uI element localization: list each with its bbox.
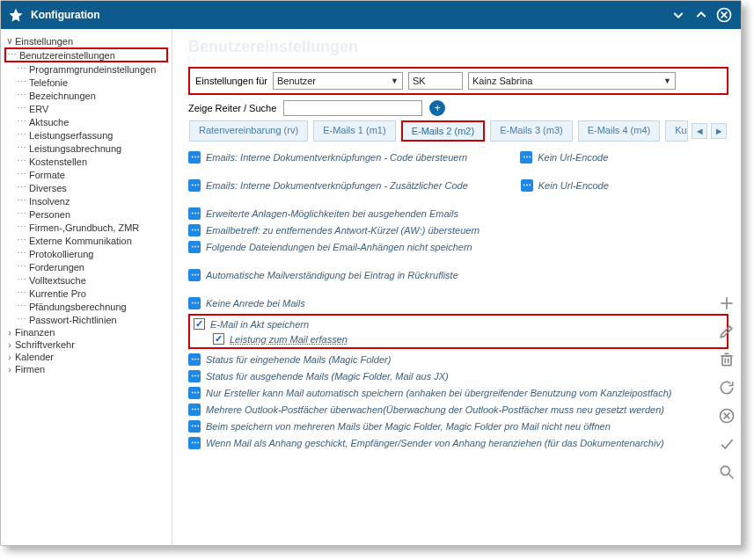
select-type[interactable]: Benutzer▼	[273, 72, 403, 90]
svg-rect-5	[722, 356, 731, 366]
select-code[interactable]: SK	[408, 72, 463, 90]
collapse-up-button[interactable]	[692, 5, 711, 25]
info-icon: ⋯	[188, 207, 201, 220]
sidebar-item[interactable]: ⋯Pfändungsberechnung	[4, 300, 168, 313]
sidebar-item[interactable]: ⋯Diverses	[4, 181, 168, 194]
collapse-down-button[interactable]	[669, 5, 688, 25]
add-button[interactable]: +	[429, 100, 445, 116]
setting-label: Nur Ersteller kann Mail automatisch spei…	[206, 388, 672, 398]
setting-label: Folgende Dateiendungen bei Email-Anhänge…	[206, 242, 472, 252]
sidebar-item[interactable]: ⋯Kostenstellen	[4, 155, 168, 168]
sidebar-item[interactable]: ⋯Telefonie	[4, 76, 168, 89]
setting-label: Beim speichern von mehreren Mails über M…	[206, 421, 611, 432]
info-icon: ⋯	[188, 179, 201, 192]
setting-label: Emails: Interne Dokumentverknüpfungen - …	[206, 180, 468, 191]
sidebar-item[interactable]: ⋯Firmen-,Grundbuch, ZMR	[4, 221, 168, 234]
page-title: Benutzereinstellungen	[188, 38, 728, 56]
setting-label: Emails: Interne Dokumentverknüpfungen - …	[206, 152, 467, 163]
info-icon: ⋯	[188, 151, 201, 164]
search-input[interactable]	[283, 100, 422, 116]
sidebar-item[interactable]: ⋯Leistungserfassung	[4, 128, 168, 142]
tab[interactable]: E-Mails 1 (m1)	[313, 120, 396, 142]
info-icon: ⋯	[188, 353, 201, 366]
info-icon: ⋯	[520, 151, 532, 164]
delete-action[interactable]	[716, 349, 737, 370]
sidebar-item[interactable]: ⋯Insolvenz	[4, 194, 168, 207]
info-icon: ⋯	[188, 297, 201, 309]
checkbox-leistung-mail[interactable]: ✓	[213, 333, 224, 345]
info-icon: ⋯	[188, 404, 201, 416]
sidebar: ∨Einstellungen ⋯Benutzereinstellungen ⋯P…	[1, 29, 172, 545]
setting-label: E-Mail in Akt speichern	[210, 319, 309, 330]
star-icon	[8, 7, 24, 23]
filter-bar: Einstellungen für Benutzer▼ SK Kainz Sab…	[188, 67, 728, 95]
info-icon: ⋯	[188, 387, 201, 399]
info-icon: ⋯	[521, 179, 533, 192]
sidebar-item[interactable]: ⋯Formate	[4, 168, 168, 181]
window-title: Konfiguration	[31, 9, 665, 21]
sidebar-item[interactable]: ⋯Protokollierung	[4, 247, 168, 260]
tabs-scroll-right[interactable]: ►	[711, 123, 727, 139]
setting-label: Emailbetreff: zu entfernendes Antwort-Kü…	[206, 225, 479, 236]
tab[interactable]: Kur	[665, 120, 688, 142]
sidebar-group[interactable]: ›Kalender	[4, 351, 168, 363]
tab[interactable]: E-Mails 3 (m3)	[490, 120, 573, 142]
setting-label: Leistung zum Mail erfassen	[230, 334, 348, 345]
info-icon: ⋯	[188, 420, 201, 433]
svg-point-13	[721, 466, 729, 475]
setting-label: Erweiterte Anlagen-Möglichkeiten bei aus…	[206, 208, 458, 219]
tab[interactable]: E-Mails 2 (m2)	[401, 120, 486, 142]
tabs-scroll-left[interactable]: ◄	[692, 123, 707, 139]
sidebar-item[interactable]: ⋯Bezeichnungen	[4, 89, 168, 102]
chevron-down-icon: ▼	[391, 76, 399, 85]
info-icon: ⋯	[188, 269, 201, 281]
sidebar-group[interactable]: ›Schriftverkehr	[4, 338, 168, 351]
sidebar-item[interactable]: ⋯Personen	[4, 207, 168, 221]
search-action[interactable]	[716, 462, 737, 483]
add-action[interactable]	[716, 293, 737, 314]
setting-label: Wenn Mail als Anhang geschickt, Empfänge…	[206, 438, 664, 448]
tab[interactable]: E-Mails 4 (m4)	[578, 120, 661, 142]
select-user[interactable]: Kainz Sabrina▼	[468, 72, 676, 90]
sidebar-item[interactable]: ⋯Kurrentie Pro	[4, 287, 168, 300]
search-label: Zeige Reiter / Suche	[188, 103, 276, 113]
info-icon: ⋯	[188, 224, 201, 236]
sidebar-item[interactable]: ⋯ERV	[4, 102, 168, 115]
sidebar-item[interactable]: ⋯Forderungen	[4, 260, 168, 273]
sidebar-item[interactable]: ⋯Passwort-Richtlinien	[4, 313, 168, 326]
sidebar-item-benutzereinstellungen[interactable]: ⋯Benutzereinstellungen	[4, 47, 168, 62]
chevron-down-icon: ▼	[663, 76, 671, 85]
tab[interactable]: Ratenvereinbarung (rv)	[189, 120, 308, 142]
sidebar-group[interactable]: ›Finanzen	[4, 326, 168, 338]
cancel-action[interactable]	[716, 405, 737, 426]
setting-label: Kein Url-Encode	[538, 152, 608, 163]
side-action-bar	[716, 293, 737, 483]
info-icon: ⋯	[188, 241, 201, 253]
tree-root[interactable]: ∨Einstellungen	[4, 34, 168, 47]
info-icon: ⋯	[188, 437, 201, 449]
setting-label: Kein Url-Encode	[538, 180, 609, 191]
setting-label: Mehrere Outlook-Postfächer überwachen(Üb…	[206, 404, 664, 415]
sidebar-item[interactable]: ⋯Programmgrundeinstellungen	[4, 62, 168, 76]
edit-action[interactable]	[716, 321, 737, 342]
setting-label: Keine Anrede bei Mails	[206, 298, 305, 309]
sidebar-item[interactable]: ⋯Externe Kommunikation	[4, 234, 168, 247]
setting-label: Automatische Mailverständigung bei Eintr…	[206, 270, 458, 280]
svg-line-14	[729, 475, 734, 479]
refresh-action[interactable]	[716, 377, 737, 398]
highlighted-settings-group: ✓E-Mail in Akt speichern ✓Leistung zum M…	[188, 314, 728, 349]
sidebar-group[interactable]: ›Firmen	[4, 363, 168, 375]
checkbox-email-akt[interactable]: ✓	[194, 318, 205, 330]
close-button[interactable]	[714, 5, 734, 25]
filter-label: Einstellungen für	[195, 76, 267, 86]
sidebar-item[interactable]: ⋯Volltextsuche	[4, 273, 168, 287]
setting-label: Status für ausgehende Mails (Magic Folde…	[206, 371, 449, 382]
sidebar-item[interactable]: ⋯Leistungsabrechnung	[4, 142, 168, 155]
confirm-action[interactable]	[716, 433, 737, 455]
setting-label: Status für eingehende Mails (Magic Folde…	[206, 354, 391, 365]
info-icon: ⋯	[188, 370, 201, 382]
sidebar-item[interactable]: ⋯Aktsuche	[4, 115, 168, 128]
